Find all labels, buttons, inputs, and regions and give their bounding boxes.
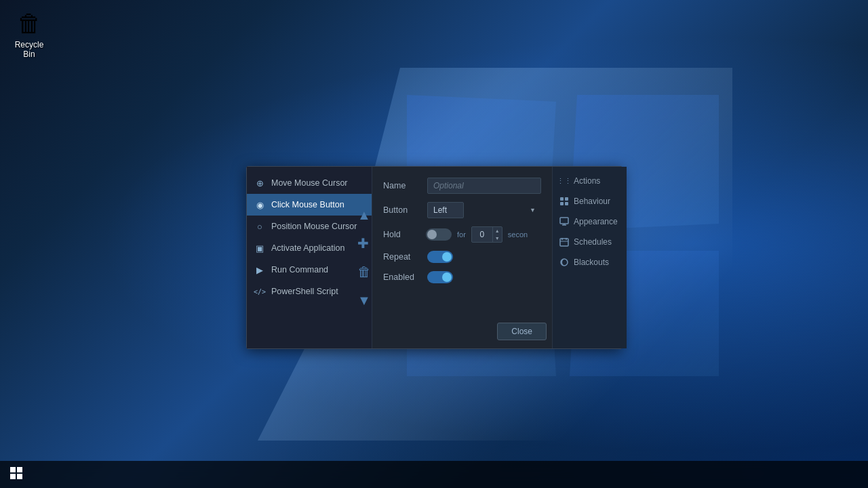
svg-rect-15 bbox=[17, 474, 22, 479]
activate-app-icon: ▣ bbox=[254, 242, 266, 254]
behaviour-icon bbox=[559, 197, 569, 206]
move-up-arrow[interactable]: ▲ bbox=[357, 208, 371, 222]
behaviour-label: Behaviour bbox=[574, 197, 610, 206]
blackouts-label: Blackouts bbox=[574, 258, 609, 267]
button-select-wrapper: Left Right Middle bbox=[427, 202, 541, 218]
appearance-label: Appearance bbox=[574, 217, 618, 226]
action-item-click-mouse[interactable]: ◉ Click Mouse Button bbox=[247, 194, 372, 216]
add-item-icon[interactable]: ✚ bbox=[357, 237, 371, 250]
repeat-label: Repeat bbox=[383, 252, 420, 262]
appearance-icon bbox=[559, 217, 569, 226]
enabled-row: Enabled bbox=[383, 271, 541, 283]
move-mouse-icon: ⊕ bbox=[254, 177, 266, 189]
action-item-activate-app[interactable]: ▣ Activate Application bbox=[247, 237, 372, 259]
hold-row: Hold for ▲ ▼ secon bbox=[383, 226, 541, 243]
button-row: Button Left Right Middle bbox=[383, 202, 541, 218]
svg-rect-12 bbox=[10, 467, 16, 472]
delete-item-icon[interactable]: 🗑 bbox=[357, 265, 371, 279]
windows-logo-icon bbox=[10, 467, 22, 483]
name-row: Name bbox=[383, 178, 541, 194]
click-mouse-icon: ◉ bbox=[254, 199, 266, 211]
move-down-arrow[interactable]: ▼ bbox=[357, 293, 371, 307]
enabled-label: Enabled bbox=[383, 272, 420, 282]
action-item-activate-app-label: Activate Application bbox=[271, 243, 344, 253]
enabled-toggle[interactable] bbox=[427, 271, 453, 283]
action-item-powershell[interactable]: </> PowerShell Script bbox=[247, 281, 372, 302]
action-item-run-command[interactable]: ▶ Run Command bbox=[247, 259, 372, 281]
svg-rect-3 bbox=[565, 202, 568, 205]
hold-toggle[interactable] bbox=[426, 228, 452, 241]
action-item-position-mouse-label: Position Mouse Cursor bbox=[271, 222, 357, 231]
repeat-toggle[interactable] bbox=[427, 251, 453, 263]
hold-value-input[interactable] bbox=[472, 230, 492, 239]
svg-rect-2 bbox=[560, 202, 564, 205]
svg-rect-14 bbox=[10, 474, 16, 479]
svg-rect-13 bbox=[17, 467, 22, 472]
hold-spinner-arrows: ▲ ▼ bbox=[492, 227, 502, 242]
repeat-row: Repeat bbox=[383, 251, 541, 263]
svg-rect-1 bbox=[565, 197, 568, 201]
hold-seconds-text: secon bbox=[508, 230, 528, 239]
hold-decrement-arrow[interactable]: ▼ bbox=[492, 235, 502, 242]
hold-spinner: ▲ ▼ bbox=[471, 226, 502, 243]
button-label: Button bbox=[383, 205, 420, 215]
recycle-bin-icon[interactable]: 🗑 Recycle Bin bbox=[5, 5, 53, 62]
powershell-icon: </> bbox=[254, 285, 266, 298]
position-mouse-icon: ○ bbox=[254, 220, 266, 232]
actions-label: Actions bbox=[574, 176, 600, 186]
action-item-move-mouse-label: Move Mouse Cursor bbox=[271, 178, 348, 188]
dialog-outer: ⊕ Move Mouse Cursor ◉ Click Mouse Button… bbox=[246, 166, 623, 349]
actions-icon: ⋮⋮ bbox=[559, 176, 569, 186]
dialog-footer: Close bbox=[497, 323, 547, 340]
close-button[interactable]: Close bbox=[497, 323, 547, 340]
name-label: Name bbox=[383, 181, 420, 190]
action-list-panel: ⊕ Move Mouse Cursor ◉ Click Mouse Button… bbox=[247, 167, 372, 348]
start-button[interactable] bbox=[0, 461, 33, 488]
schedules-icon bbox=[559, 237, 569, 247]
action-item-click-mouse-label: Click Mouse Button bbox=[271, 200, 344, 209]
run-command-icon: ▶ bbox=[254, 264, 266, 276]
hold-label: Hold bbox=[383, 230, 420, 239]
nav-item-appearance[interactable]: Appearance bbox=[553, 211, 627, 232]
config-panel: ▲ ✚ 🗑 ▼ Name Button Left Right bbox=[372, 167, 552, 348]
recycle-bin-glyph: 🗑 bbox=[16, 8, 43, 39]
name-input[interactable] bbox=[427, 178, 541, 194]
svg-rect-7 bbox=[560, 239, 568, 246]
action-item-powershell-label: PowerShell Script bbox=[271, 287, 338, 296]
taskbar bbox=[0, 461, 868, 488]
svg-rect-4 bbox=[560, 218, 568, 224]
nav-item-behaviour[interactable]: Behaviour bbox=[553, 191, 627, 211]
hold-for-text: for bbox=[457, 230, 466, 239]
nav-panel: ⋮⋮ Actions Behaviour bbox=[552, 167, 627, 348]
dialog-window: ⊕ Move Mouse Cursor ◉ Click Mouse Button… bbox=[246, 166, 623, 349]
recycle-bin-label: Recycle Bin bbox=[8, 40, 50, 59]
button-select[interactable]: Left Right Middle bbox=[427, 202, 464, 218]
nav-item-actions[interactable]: ⋮⋮ Actions bbox=[553, 171, 627, 191]
svg-rect-0 bbox=[560, 197, 564, 201]
nav-item-schedules[interactable]: Schedules bbox=[553, 232, 627, 252]
hold-increment-arrow[interactable]: ▲ bbox=[492, 227, 502, 235]
blackouts-icon bbox=[559, 258, 569, 267]
action-item-move-mouse[interactable]: ⊕ Move Mouse Cursor bbox=[247, 172, 372, 194]
desktop: 🗑 Recycle Bin ⊕ Move Mouse Cursor ◉ Clic… bbox=[0, 0, 868, 488]
action-item-position-mouse[interactable]: ○ Position Mouse Cursor bbox=[247, 216, 372, 237]
action-item-run-command-label: Run Command bbox=[271, 265, 328, 274]
schedules-label: Schedules bbox=[574, 237, 612, 247]
nav-item-blackouts[interactable]: Blackouts bbox=[553, 252, 627, 272]
